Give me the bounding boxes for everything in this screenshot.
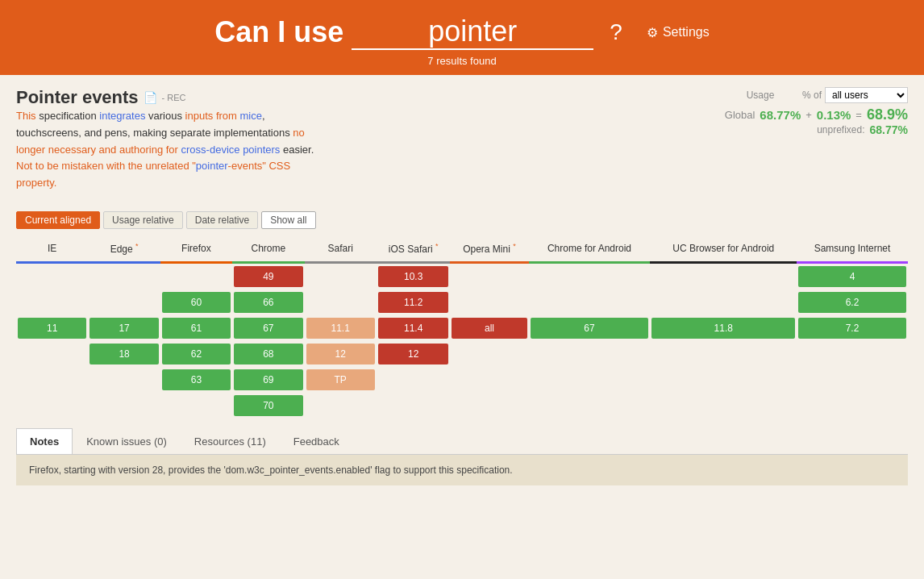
- cell-opera-mini-6: [450, 393, 528, 419]
- unprefixed-value: 68.77%: [870, 123, 908, 136]
- cell-chrome-android-5: [529, 367, 651, 393]
- feature-title-row: Pointer events 📄 - REC: [16, 87, 314, 108]
- cell-ios-safari-6: [377, 393, 451, 419]
- cell-ios-safari-3: 11.4: [377, 315, 451, 341]
- browser-header-edge: Edge *: [88, 239, 160, 263]
- cell-opera-mini-5: [450, 367, 528, 393]
- cell-chrome-android-6: [529, 393, 651, 419]
- cell-opera-mini-4: [450, 341, 528, 367]
- percent-of-label: % of: [802, 90, 822, 101]
- feature-header: Pointer events 📄 - REC This specificatio…: [16, 87, 908, 203]
- cell-chrome-android-4: [529, 341, 651, 367]
- tab-feedback[interactable]: Feedback: [280, 428, 353, 454]
- global-plus: +: [805, 109, 812, 121]
- settings-button[interactable]: ⚙ Settings: [647, 25, 710, 40]
- cell-samsung-1: 4: [797, 262, 908, 290]
- app-title: Can I use: [214, 15, 343, 49]
- cell-safari-3: 11.1: [305, 315, 377, 341]
- global-label: Global: [725, 109, 755, 121]
- cell-chrome-1: 49: [232, 262, 304, 290]
- usage-header: Usage % of all users tracked users: [666, 87, 908, 103]
- cell-firefox-3: 61: [160, 315, 232, 341]
- cell-uc-android-2: [650, 290, 797, 315]
- rec-badge: - REC: [162, 93, 186, 102]
- cell-edge-1: [88, 262, 160, 290]
- table-row: 60 66 11.2 6.2: [16, 290, 908, 315]
- cell-safari-6: [305, 393, 377, 419]
- cell-edge-3: 17: [88, 315, 160, 341]
- feature-description: This specification integrates various in…: [16, 108, 314, 192]
- cell-ios-safari-1: 10.3: [377, 262, 451, 290]
- search-input[interactable]: [352, 15, 593, 50]
- cell-safari-5: TP: [305, 367, 377, 393]
- cell-chrome-5: 69: [232, 367, 304, 393]
- cell-edge-2: [88, 290, 160, 315]
- cell-firefox-2: 60: [160, 290, 232, 315]
- cell-samsung-3: 7.2: [797, 315, 908, 341]
- browser-header-chrome: Chrome: [232, 239, 304, 263]
- browser-header-uc-android: UC Browser for Android: [650, 239, 797, 263]
- compat-table: IE Edge * Firefox Chrome Safari iOS Safa…: [16, 239, 908, 419]
- cell-opera-mini-2: [450, 290, 528, 315]
- browser-header-opera-mini: Opera Mini *: [450, 239, 528, 263]
- cell-ios-safari-4: 12: [377, 341, 451, 367]
- cell-chrome-6: 70: [232, 393, 304, 419]
- filter-usage-relative[interactable]: Usage relative: [103, 211, 183, 229]
- global-equals: =: [855, 109, 862, 121]
- cell-chrome-android-1: [529, 262, 651, 290]
- cell-edge-4: 18: [88, 341, 160, 367]
- cell-uc-android-4: [650, 341, 797, 367]
- unprefixed-label: unprefixed:: [817, 124, 864, 135]
- cell-chrome-3: 67: [232, 315, 304, 341]
- notes-area: Firefox, starting with version 28, provi…: [16, 455, 908, 485]
- spec-link-icon[interactable]: 📄: [144, 91, 157, 104]
- cell-edge-6: [88, 393, 160, 419]
- usage-panel: Usage % of all users tracked users Globa…: [666, 87, 908, 136]
- cell-ie-5: [16, 367, 88, 393]
- table-row: 70: [16, 393, 908, 419]
- cell-safari-4: 12: [305, 341, 377, 367]
- results-count: 7 results found: [16, 55, 908, 67]
- filter-bar: Current aligned Usage relative Date rela…: [16, 211, 908, 229]
- header: Can I use ? ⚙ Settings 7 results found: [0, 0, 924, 75]
- filter-current-aligned[interactable]: Current aligned: [16, 211, 100, 229]
- global-total: 68.9%: [867, 106, 908, 123]
- tab-notes[interactable]: Notes: [16, 428, 73, 454]
- tabs-bar: Notes Known issues (0) Resources (11) Fe…: [16, 428, 908, 455]
- cell-ie-3: 11: [16, 315, 88, 341]
- feature-title: Pointer events: [16, 87, 139, 108]
- cell-ie-1: [16, 262, 88, 290]
- cell-samsung-6: [797, 393, 908, 419]
- cell-ios-safari-2: 11.2: [377, 290, 451, 315]
- compat-tbody: 49 10.3 4 60 66 11.2 6.2: [16, 262, 908, 419]
- cell-chrome-2: 66: [232, 290, 304, 315]
- browser-header-firefox: Firefox: [160, 239, 232, 263]
- cell-chrome-android-2: [529, 290, 651, 315]
- browser-header-samsung: Samsung Internet: [797, 239, 908, 263]
- cell-samsung-2: 6.2: [797, 290, 908, 315]
- browser-header-chrome-android: Chrome for Android: [529, 239, 651, 263]
- user-select[interactable]: all users tracked users: [825, 87, 908, 103]
- tab-resources[interactable]: Resources (11): [181, 428, 280, 454]
- table-row: 63 69 TP: [16, 367, 908, 393]
- cell-ios-safari-5: [377, 367, 451, 393]
- cell-uc-android-3: 11.8: [650, 315, 797, 341]
- global-value2: 0.13%: [817, 108, 851, 122]
- cell-chrome-4: 68: [232, 341, 304, 367]
- usage-label: Usage: [747, 90, 775, 101]
- global-usage-row: Global 68.77% + 0.13% = 68.9%: [666, 106, 908, 123]
- filter-date-relative[interactable]: Date relative: [186, 211, 258, 229]
- help-icon[interactable]: ?: [610, 19, 622, 45]
- cell-chrome-android-3: 67: [529, 315, 651, 341]
- global-value1: 68.77%: [760, 108, 801, 122]
- main-content: Pointer events 📄 - REC This specificatio…: [0, 75, 924, 498]
- browser-header-ios-safari: iOS Safari *: [377, 239, 451, 263]
- cell-opera-mini-1: [450, 262, 528, 290]
- tab-known-issues[interactable]: Known issues (0): [73, 428, 181, 454]
- table-row: 49 10.3 4: [16, 262, 908, 290]
- cell-uc-android-6: [650, 393, 797, 419]
- unprefixed-row: unprefixed: 68.77%: [666, 123, 908, 136]
- cell-samsung-4: [797, 341, 908, 367]
- cell-firefox-6: [160, 393, 232, 419]
- filter-show-all[interactable]: Show all: [261, 211, 315, 229]
